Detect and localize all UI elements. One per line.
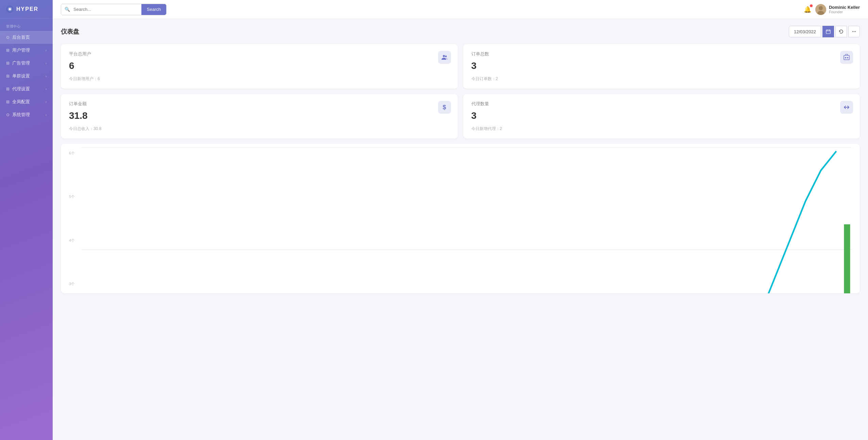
main-area: 🔍 Search 🔔 Dominic Keller Founder (53, 0, 868, 440)
system-icon: ⊙ (6, 112, 10, 117)
search-container: 🔍 Search (61, 4, 167, 15)
search-input[interactable] (73, 7, 141, 12)
svg-point-13 (445, 56, 447, 57)
stat-icon-amount: $ (438, 101, 451, 114)
svg-point-1 (9, 8, 11, 10)
chart-container: 6个 5个 4个 3个 (61, 144, 860, 293)
sidebar-item-label-users: 用户管理 (12, 47, 30, 53)
svg-point-3 (819, 6, 823, 10)
avatar (815, 4, 826, 15)
stat-card-total-orders: 订单总数 3 今日订单数：2 (463, 44, 860, 89)
y-label-4: 4个 (69, 238, 75, 243)
chevron-right-icon-5: › (46, 100, 47, 104)
sidebar-item-label-global: 全局配置 (12, 99, 30, 105)
page-title: 仪表盘 (61, 28, 79, 36)
y-label-5: 5个 (69, 194, 75, 199)
sidebar-item-agents[interactable]: ⊞ 代理设置 › (0, 82, 53, 95)
stat-label-orders: 订单总数 (471, 51, 852, 57)
sidebar-item-home[interactable]: ⊙ 后台首页 (0, 31, 53, 44)
ads-icon: ⊞ (6, 61, 10, 66)
sidebar: HYPER 管理中心 ⊙ 后台首页 ⊞ 用户管理 › ⊞ 广告管理 › ⊞ 单群… (0, 0, 53, 440)
header: 🔍 Search 🔔 Dominic Keller Founder (53, 0, 868, 19)
svg-point-15 (845, 57, 846, 58)
svg-rect-5 (826, 30, 830, 34)
chart-y-labels: 6个 5个 4个 3个 (69, 151, 75, 287)
date-display: 12/03/2022 (789, 26, 821, 37)
sidebar-item-label-ads: 广告管理 (12, 60, 30, 66)
chevron-right-icon-4: › (46, 87, 47, 91)
stat-value-agents: 3 (471, 110, 852, 121)
svg-point-10 (854, 31, 854, 32)
user-info[interactable]: Dominic Keller Founder (815, 4, 860, 15)
stat-sub-users: 今日新增用户：6 (69, 76, 450, 82)
stat-sub-orders: 今日订单数：2 (471, 76, 852, 82)
search-button[interactable]: Search (141, 4, 166, 15)
stat-icon-users (438, 51, 451, 64)
svg-point-16 (847, 57, 848, 58)
stat-sub-amount: 今日总收入：30.8 (69, 126, 450, 132)
action-btn-refresh[interactable] (835, 26, 847, 37)
stat-icon-agents (840, 101, 853, 114)
sidebar-item-system[interactable]: ⊙ 系统管理 › (0, 108, 53, 121)
sidebar-item-label-home: 后台首页 (12, 34, 30, 40)
logo-text: HYPER (16, 6, 38, 12)
stat-icon-orders (840, 51, 853, 64)
sidebar-item-label-system: 系统管理 (12, 112, 30, 118)
user-name: Dominic Keller (829, 5, 860, 10)
chart-svg (81, 147, 852, 293)
home-icon: ⊙ (6, 35, 10, 40)
chevron-right-icon-3: › (46, 74, 47, 78)
svg-point-9 (852, 31, 853, 32)
chevron-right-icon: › (46, 49, 47, 52)
agents-icon: ⊞ (6, 87, 10, 91)
content-area: 仪表盘 12/03/2022 (53, 19, 868, 440)
user-role: Founder (829, 10, 860, 14)
stat-value-amount: 31.8 (69, 110, 450, 121)
sidebar-item-ads[interactable]: ⊞ 广告管理 › (0, 57, 53, 70)
orders-icon: ⊞ (6, 74, 10, 78)
sidebar-item-users[interactable]: ⊞ 用户管理 › (0, 44, 53, 57)
page-header-actions: 12/03/2022 (789, 26, 860, 37)
users-icon: ⊞ (6, 48, 10, 53)
stat-value-users: 6 (69, 60, 450, 71)
stat-label-amount: 订单金额 (69, 101, 450, 107)
sidebar-logo: HYPER (0, 0, 53, 19)
action-btn-calendar[interactable] (822, 26, 834, 37)
svg-rect-21 (844, 224, 850, 293)
svg-point-11 (855, 31, 856, 32)
sidebar-item-global[interactable]: ⊞ 全局配置 › (0, 95, 53, 108)
logo-icon (6, 5, 14, 13)
sidebar-section-label: 管理中心 (0, 19, 53, 31)
page-header: 仪表盘 12/03/2022 (61, 26, 860, 37)
sidebar-item-orders[interactable]: ⊞ 单群设置 › (0, 70, 53, 82)
sidebar-item-label-agents: 代理设置 (12, 86, 30, 92)
notification-bell[interactable]: 🔔 (804, 6, 811, 13)
global-icon: ⊞ (6, 99, 10, 104)
stat-label-users: 平台总用户 (69, 51, 450, 57)
stat-card-agents: 代理数量 3 今日新增代理：2 (463, 94, 860, 139)
svg-rect-14 (844, 55, 849, 60)
stat-sub-agents: 今日新增代理：2 (471, 126, 852, 132)
stat-label-agents: 代理数量 (471, 101, 852, 107)
action-btn-more[interactable] (848, 26, 860, 37)
chevron-right-icon-2: › (46, 61, 47, 65)
y-label-6: 6个 (69, 151, 75, 156)
stat-card-total-users: 平台总用户 6 今日新增用户：6 (61, 44, 458, 89)
search-icon: 🔍 (61, 7, 73, 12)
notification-badge (810, 4, 813, 7)
stat-card-order-amount: $ 订单金额 31.8 今日总收入：30.8 (61, 94, 458, 139)
svg-point-12 (443, 55, 445, 57)
stat-value-orders: 3 (471, 60, 852, 71)
sidebar-item-label-orders: 单群设置 (12, 73, 30, 79)
stats-grid: 平台总用户 6 今日新增用户：6 订单总数 3 今日订单数：2 (61, 44, 860, 139)
y-label-3: 3个 (69, 281, 75, 287)
chevron-right-icon-6: › (46, 113, 47, 117)
